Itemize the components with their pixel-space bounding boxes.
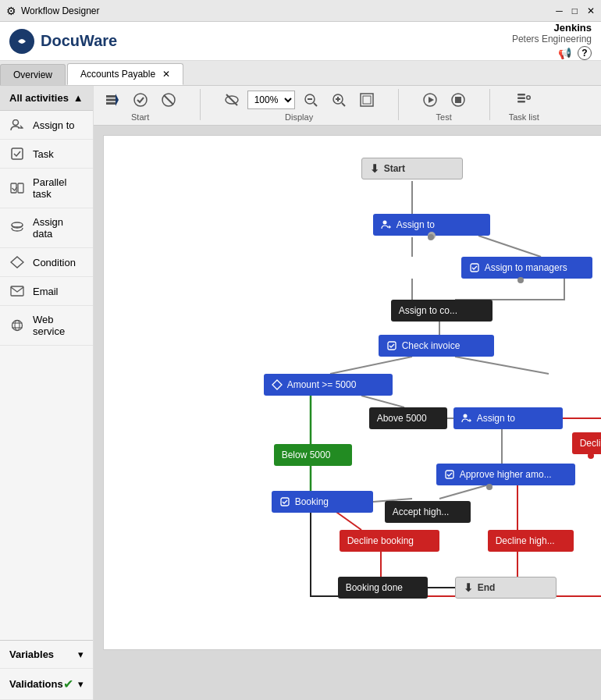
node-assign-managers[interactable]: Assign to managers bbox=[461, 257, 592, 279]
tasklist-button[interactable] bbox=[511, 89, 536, 111]
content-area: Start 100% 75% 50% 150% bbox=[94, 86, 601, 700]
start-button[interactable] bbox=[100, 89, 125, 111]
app-icon: ⚙ bbox=[6, 5, 16, 17]
svg-marker-60 bbox=[389, 226, 391, 229]
svg-rect-13 bbox=[106, 95, 116, 98]
minimize-button[interactable]: ─ bbox=[556, 5, 563, 16]
collapse-icon[interactable]: ▲ bbox=[73, 92, 84, 104]
svg-point-9 bbox=[12, 321, 23, 331]
node-above5000[interactable]: Above 5000 bbox=[369, 407, 447, 429]
fit-button[interactable] bbox=[354, 89, 379, 111]
zoom-out-button[interactable] bbox=[298, 89, 323, 111]
toolbar-sep-3 bbox=[489, 89, 490, 120]
node-decline-booking[interactable]: Decline booking bbox=[340, 530, 439, 552]
toolbar: Start 100% 75% 50% 150% bbox=[94, 86, 601, 126]
variables-chevron[interactable]: ▾ bbox=[78, 648, 84, 660]
maximize-button[interactable]: □ bbox=[572, 5, 578, 16]
sidebar-item-assign-to[interactable]: Assign to bbox=[0, 111, 93, 140]
display-toggle-button[interactable] bbox=[219, 89, 244, 111]
sidebar-bottom: Variables ▾ Validations ✔ ▾ bbox=[0, 640, 93, 700]
node-approve-higher[interactable]: Approve higher amo... bbox=[436, 464, 575, 485]
help-icon[interactable]: ? bbox=[578, 46, 592, 60]
sidebar-activities-header: All activities ▲ bbox=[0, 86, 93, 111]
tasklist-label: Task list bbox=[509, 112, 539, 122]
svg-rect-15 bbox=[106, 102, 116, 105]
svg-marker-63 bbox=[272, 380, 282, 389]
svg-rect-8 bbox=[11, 286, 23, 296]
svg-rect-37 bbox=[517, 101, 525, 103]
svg-point-17 bbox=[134, 94, 147, 106]
data-icon bbox=[9, 222, 25, 234]
toolbar-test-group: Test bbox=[418, 89, 471, 122]
user-name: Jenkins bbox=[512, 22, 592, 34]
tab-accounts-payable[interactable]: Accounts Payable ✕ bbox=[67, 63, 183, 85]
toolbar-display-group: 100% 75% 50% 150% bbox=[219, 89, 379, 122]
app-title: Workflow Designer bbox=[21, 5, 99, 16]
svg-rect-34 bbox=[455, 97, 461, 103]
node-check-invoice[interactable]: Check invoice bbox=[379, 335, 494, 357]
sidebar-item-task[interactable]: Task bbox=[0, 140, 93, 169]
svg-point-64 bbox=[463, 414, 467, 418]
sidebar: All activities ▲ Assign to bbox=[0, 86, 94, 700]
task-icon bbox=[9, 147, 25, 160]
node-booking-done[interactable]: Booking done bbox=[338, 577, 428, 599]
svg-line-19 bbox=[164, 95, 173, 105]
zoom-in-button[interactable] bbox=[326, 89, 351, 111]
email-icon bbox=[9, 285, 25, 297]
svg-rect-61 bbox=[471, 264, 478, 272]
sidebar-validations[interactable]: Validations ✔ ▾ bbox=[0, 669, 93, 700]
node-accept-high[interactable]: Accept high... bbox=[385, 501, 471, 523]
node-decline[interactable]: Decline bbox=[572, 432, 601, 454]
node-start[interactable]: ⬇ Start bbox=[361, 158, 463, 179]
close-button[interactable]: ✕ bbox=[587, 5, 595, 16]
node-assign2[interactable]: Assign to bbox=[453, 407, 563, 429]
tabs-bar: Overview Accounts Payable ✕ bbox=[0, 61, 601, 86]
svg-rect-68 bbox=[281, 498, 289, 506]
node-amount-cond[interactable]: Amount >= 5000 bbox=[264, 374, 393, 396]
svg-point-6 bbox=[12, 222, 23, 227]
svg-line-28 bbox=[342, 103, 345, 106]
display-label: Display bbox=[285, 112, 313, 122]
zoom-select[interactable]: 100% 75% 50% 150% bbox=[247, 91, 295, 109]
test-stop-button[interactable] bbox=[446, 89, 471, 111]
workflow-canvas: ⬇ Start Assign to Assign to managers Ass… bbox=[103, 135, 601, 650]
header: DocuWare Jenkins Peters Engineering 📢 ? bbox=[0, 22, 601, 61]
tab-close-button[interactable]: ✕ bbox=[162, 69, 170, 80]
canvas-container[interactable]: ⬇ Start Assign to Assign to managers Ass… bbox=[94, 126, 601, 700]
node-decline-high[interactable]: Decline high... bbox=[488, 530, 574, 552]
sidebar-item-condition[interactable]: Condition bbox=[0, 248, 93, 277]
node-assign1[interactable]: Assign to bbox=[373, 214, 490, 236]
svg-rect-3 bbox=[12, 148, 23, 159]
svg-point-1 bbox=[13, 120, 19, 126]
title-bar-controls[interactable]: ─ □ ✕ bbox=[556, 5, 595, 16]
user-company: Peters Engineering bbox=[512, 34, 592, 44]
node-booking[interactable]: Booking bbox=[272, 491, 373, 513]
header-actions[interactable]: 📢 ? bbox=[558, 46, 592, 60]
validations-chevron[interactable]: ▾ bbox=[78, 678, 84, 690]
sidebar-item-assign-data[interactable]: Assign data bbox=[0, 208, 93, 248]
node-end[interactable]: ⬇ End bbox=[455, 577, 557, 599]
sidebar-variables[interactable]: Variables ▾ bbox=[0, 641, 93, 669]
svg-line-54 bbox=[334, 510, 361, 530]
tab-overview[interactable]: Overview bbox=[0, 64, 66, 85]
sidebar-item-email[interactable]: Email bbox=[0, 277, 93, 306]
svg-rect-5 bbox=[18, 183, 23, 193]
svg-marker-66 bbox=[469, 419, 471, 423]
condition-icon bbox=[9, 256, 25, 268]
svg-rect-62 bbox=[388, 342, 396, 350]
svg-line-46 bbox=[330, 357, 412, 374]
svg-point-58 bbox=[382, 221, 386, 225]
svg-line-49 bbox=[361, 396, 404, 407]
sidebar-item-parallel-task[interactable]: Parallel task bbox=[0, 169, 93, 208]
node-below5000[interactable]: Below 5000 bbox=[274, 444, 352, 466]
start-label: Start bbox=[131, 112, 149, 122]
check-button[interactable] bbox=[128, 89, 153, 111]
validation-ok-icon: ✔ bbox=[63, 677, 73, 691]
sidebar-item-web-service[interactable]: Web service bbox=[0, 306, 93, 346]
svg-rect-14 bbox=[106, 99, 116, 101]
node-assign-co[interactable]: Assign to co... bbox=[391, 300, 493, 322]
speaker-icon[interactable]: 📢 bbox=[558, 47, 571, 59]
test-play-button[interactable] bbox=[418, 89, 443, 111]
toolbar-start-group: Start bbox=[100, 89, 181, 122]
ban-button[interactable] bbox=[156, 89, 181, 111]
